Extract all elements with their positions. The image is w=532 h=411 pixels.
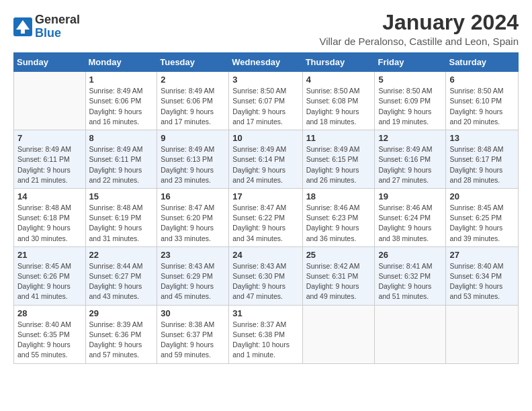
table-cell: 24Sunrise: 8:43 AMSunset: 6:30 PMDayligh… bbox=[229, 246, 302, 305]
day-info: Sunrise: 8:43 AMSunset: 6:30 PMDaylight:… bbox=[232, 261, 298, 302]
day-number: 16 bbox=[161, 191, 225, 201]
table-cell: 19Sunrise: 8:46 AMSunset: 6:24 PMDayligh… bbox=[375, 188, 446, 246]
day-info: Sunrise: 8:43 AMSunset: 6:29 PMDaylight:… bbox=[161, 261, 225, 302]
table-cell: 15Sunrise: 8:48 AMSunset: 6:19 PMDayligh… bbox=[85, 188, 157, 246]
day-info: Sunrise: 8:49 AMSunset: 6:13 PMDaylight:… bbox=[161, 144, 225, 185]
table-cell: 20Sunrise: 8:45 AMSunset: 6:25 PMDayligh… bbox=[446, 188, 519, 246]
table-cell: 6Sunrise: 8:50 AMSunset: 6:10 PMDaylight… bbox=[446, 72, 519, 130]
day-number: 26 bbox=[378, 250, 442, 260]
table-cell bbox=[302, 305, 375, 363]
day-number: 27 bbox=[449, 250, 515, 260]
day-number: 13 bbox=[449, 133, 515, 143]
day-number: 19 bbox=[378, 191, 442, 201]
location-title: Villar de Peralonso, Castille and Leon, … bbox=[319, 36, 519, 47]
day-number: 29 bbox=[89, 308, 154, 318]
day-info: Sunrise: 8:49 AMSunset: 6:15 PMDaylight:… bbox=[306, 144, 371, 185]
table-cell: 26Sunrise: 8:41 AMSunset: 6:32 PMDayligh… bbox=[375, 246, 446, 305]
day-number: 14 bbox=[17, 191, 82, 201]
day-info: Sunrise: 8:44 AMSunset: 6:27 PMDaylight:… bbox=[89, 261, 154, 302]
table-cell: 21Sunrise: 8:45 AMSunset: 6:26 PMDayligh… bbox=[14, 246, 86, 305]
table-cell: 25Sunrise: 8:42 AMSunset: 6:31 PMDayligh… bbox=[302, 246, 375, 305]
header-thursday: Thursday bbox=[302, 53, 375, 72]
svg-rect-2 bbox=[21, 30, 25, 34]
table-cell: 16Sunrise: 8:47 AMSunset: 6:20 PMDayligh… bbox=[157, 188, 229, 246]
day-info: Sunrise: 8:41 AMSunset: 6:32 PMDaylight:… bbox=[378, 261, 442, 302]
day-number: 23 bbox=[161, 250, 225, 260]
table-cell: 9Sunrise: 8:49 AMSunset: 6:13 PMDaylight… bbox=[157, 130, 229, 189]
day-info: Sunrise: 8:48 AMSunset: 6:19 PMDaylight:… bbox=[89, 203, 154, 244]
table-cell: 7Sunrise: 8:49 AMSunset: 6:11 PMDaylight… bbox=[14, 130, 86, 189]
day-number: 21 bbox=[17, 250, 82, 260]
table-cell bbox=[446, 305, 519, 363]
header-monday: Monday bbox=[85, 53, 157, 72]
day-info: Sunrise: 8:49 AMSunset: 6:06 PMDaylight:… bbox=[89, 86, 154, 127]
month-title: January 2024 bbox=[319, 11, 519, 34]
day-number: 25 bbox=[306, 250, 371, 260]
day-info: Sunrise: 8:49 AMSunset: 6:06 PMDaylight:… bbox=[161, 86, 225, 127]
table-cell: 5Sunrise: 8:50 AMSunset: 6:09 PMDaylight… bbox=[375, 72, 446, 130]
table-cell: 29Sunrise: 8:39 AMSunset: 6:36 PMDayligh… bbox=[85, 305, 157, 363]
day-info: Sunrise: 8:49 AMSunset: 6:11 PMDaylight:… bbox=[17, 144, 82, 185]
calendar-row: 28Sunrise: 8:40 AMSunset: 6:35 PMDayligh… bbox=[14, 305, 519, 363]
logo-icon bbox=[13, 17, 32, 36]
logo-blue: Blue bbox=[35, 27, 80, 40]
day-info: Sunrise: 8:38 AMSunset: 6:37 PMDaylight:… bbox=[161, 320, 225, 361]
day-number: 7 bbox=[17, 133, 82, 143]
day-info: Sunrise: 8:40 AMSunset: 6:35 PMDaylight:… bbox=[17, 320, 82, 361]
table-cell: 31Sunrise: 8:37 AMSunset: 6:38 PMDayligh… bbox=[229, 305, 302, 363]
day-number: 12 bbox=[378, 133, 442, 143]
day-info: Sunrise: 8:40 AMSunset: 6:34 PMDaylight:… bbox=[449, 261, 515, 302]
day-info: Sunrise: 8:37 AMSunset: 6:38 PMDaylight:… bbox=[232, 320, 298, 361]
table-cell: 10Sunrise: 8:49 AMSunset: 6:14 PMDayligh… bbox=[229, 130, 302, 189]
day-number: 9 bbox=[161, 133, 225, 143]
day-info: Sunrise: 8:39 AMSunset: 6:36 PMDaylight:… bbox=[89, 320, 154, 361]
header-friday: Friday bbox=[375, 53, 446, 72]
table-cell: 12Sunrise: 8:49 AMSunset: 6:16 PMDayligh… bbox=[375, 130, 446, 189]
calendar-row: 7Sunrise: 8:49 AMSunset: 6:11 PMDaylight… bbox=[14, 130, 519, 189]
day-number: 24 bbox=[232, 250, 298, 260]
day-info: Sunrise: 8:42 AMSunset: 6:31 PMDaylight:… bbox=[306, 261, 371, 302]
calendar-row: 1Sunrise: 8:49 AMSunset: 6:06 PMDaylight… bbox=[14, 72, 519, 130]
header-saturday: Saturday bbox=[446, 53, 519, 72]
day-info: Sunrise: 8:45 AMSunset: 6:25 PMDaylight:… bbox=[449, 203, 515, 244]
table-cell: 18Sunrise: 8:46 AMSunset: 6:23 PMDayligh… bbox=[302, 188, 375, 246]
day-info: Sunrise: 8:47 AMSunset: 6:20 PMDaylight:… bbox=[161, 203, 225, 244]
table-cell: 4Sunrise: 8:50 AMSunset: 6:08 PMDaylight… bbox=[302, 72, 375, 130]
table-cell bbox=[375, 305, 446, 363]
day-number: 20 bbox=[449, 191, 515, 201]
day-number: 2 bbox=[161, 75, 225, 85]
day-number: 5 bbox=[378, 75, 442, 85]
header-wednesday: Wednesday bbox=[229, 53, 302, 72]
table-cell: 11Sunrise: 8:49 AMSunset: 6:15 PMDayligh… bbox=[302, 130, 375, 189]
table-cell: 13Sunrise: 8:48 AMSunset: 6:17 PMDayligh… bbox=[446, 130, 519, 189]
day-number: 8 bbox=[89, 133, 154, 143]
day-number: 3 bbox=[232, 75, 298, 85]
calendar-row: 14Sunrise: 8:48 AMSunset: 6:18 PMDayligh… bbox=[14, 188, 519, 246]
day-info: Sunrise: 8:49 AMSunset: 6:16 PMDaylight:… bbox=[378, 144, 442, 185]
day-number: 30 bbox=[161, 308, 225, 318]
day-number: 22 bbox=[89, 250, 154, 260]
day-info: Sunrise: 8:48 AMSunset: 6:18 PMDaylight:… bbox=[17, 203, 82, 244]
table-cell: 14Sunrise: 8:48 AMSunset: 6:18 PMDayligh… bbox=[14, 188, 86, 246]
table-cell: 22Sunrise: 8:44 AMSunset: 6:27 PMDayligh… bbox=[85, 246, 157, 305]
table-cell: 30Sunrise: 8:38 AMSunset: 6:37 PMDayligh… bbox=[157, 305, 229, 363]
day-info: Sunrise: 8:48 AMSunset: 6:17 PMDaylight:… bbox=[449, 144, 515, 185]
header-tuesday: Tuesday bbox=[157, 53, 229, 72]
day-info: Sunrise: 8:50 AMSunset: 6:08 PMDaylight:… bbox=[306, 86, 371, 127]
day-number: 15 bbox=[89, 191, 154, 201]
header-sunday: Sunday bbox=[14, 53, 86, 72]
day-info: Sunrise: 8:49 AMSunset: 6:14 PMDaylight:… bbox=[232, 144, 298, 185]
calendar-row: 21Sunrise: 8:45 AMSunset: 6:26 PMDayligh… bbox=[14, 246, 519, 305]
logo-text: General Blue bbox=[35, 13, 80, 40]
day-info: Sunrise: 8:50 AMSunset: 6:10 PMDaylight:… bbox=[449, 86, 515, 127]
logo-general: General bbox=[35, 13, 80, 27]
day-number: 10 bbox=[232, 133, 298, 143]
day-number: 6 bbox=[449, 75, 515, 85]
day-number: 28 bbox=[17, 308, 82, 318]
day-info: Sunrise: 8:50 AMSunset: 6:09 PMDaylight:… bbox=[378, 86, 442, 127]
page-header: General Blue January 2024 Villar de Pera… bbox=[13, 11, 519, 47]
table-cell bbox=[14, 72, 86, 130]
weekday-header-row: Sunday Monday Tuesday Wednesday Thursday… bbox=[14, 53, 519, 72]
day-info: Sunrise: 8:46 AMSunset: 6:24 PMDaylight:… bbox=[378, 203, 442, 244]
table-cell: 1Sunrise: 8:49 AMSunset: 6:06 PMDaylight… bbox=[85, 72, 157, 130]
